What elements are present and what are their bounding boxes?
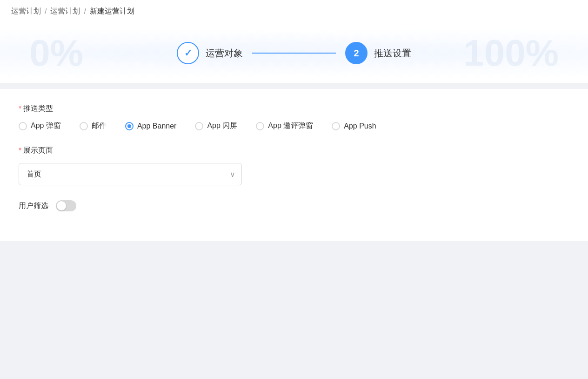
radio-input-app-review[interactable] [256,122,264,130]
watermark-right: 100% [463,32,559,74]
step-2: 2 推送设置 [345,42,411,64]
breadcrumb-item-3: 新建运营计划 [90,7,134,16]
radio-label-app-banner: App Banner [137,122,177,130]
push-type-label-text: 推送类型 [23,104,53,114]
radio-app-push[interactable]: App Push [332,122,376,130]
toggle-group: 用户筛选 [19,200,569,211]
checkmark-icon: ✓ [184,47,192,59]
form-section: * 推送类型 App 弹窗 邮件 App Banner App 闪屏 [0,89,588,241]
radio-input-app-push[interactable] [332,122,340,130]
step-2-number: 2 [354,48,359,59]
radio-label-app-splash: App 闪屏 [207,121,237,131]
display-page-label: * 展示页面 [19,146,569,156]
user-filter-label: 用户筛选 [19,201,48,211]
radio-label-email: 邮件 [92,121,107,131]
display-page-group: * 展示页面 首页 ∨ [19,146,569,185]
breadcrumb-separator-1: / [45,7,47,16]
push-type-label: * 推送类型 [19,104,569,114]
step-1-circle: ✓ [177,42,199,64]
watermark-left: 0% [29,32,83,74]
required-star-2: * [19,147,21,155]
user-filter-toggle[interactable] [56,200,76,211]
step-2-circle: 2 [345,42,368,64]
radio-input-app-banner[interactable] [125,122,134,130]
user-filter-group: 用户筛选 [19,200,569,211]
radio-app-popup[interactable]: App 弹窗 [19,121,61,131]
radio-label-app-review: App 邀评弹窗 [268,121,313,131]
required-star-1: * [19,105,21,113]
step-1: ✓ 运营对象 [177,42,243,64]
radio-app-review[interactable]: App 邀评弹窗 [256,121,313,131]
display-page-label-text: 展示页面 [23,146,53,156]
steps-section: 0% 100% ✓ 运营对象 2 推送设置 [0,23,588,83]
steps-container: ✓ 运营对象 2 推送设置 [177,42,411,64]
step-2-label: 推送设置 [374,47,411,60]
display-page-select-wrapper: 首页 ∨ [19,163,242,185]
display-page-value: 首页 [27,169,41,179]
radio-app-banner[interactable]: App Banner [125,122,177,130]
breadcrumb-item-2[interactable]: 运营计划 [50,7,80,16]
push-type-group: * 推送类型 App 弹窗 邮件 App Banner App 闪屏 [19,104,569,131]
radio-label-app-push: App Push [344,122,376,130]
push-type-radio-group: App 弹窗 邮件 App Banner App 闪屏 App 邀评弹窗 [19,121,569,131]
radio-app-splash[interactable]: App 闪屏 [195,121,237,131]
step-1-label: 运营对象 [206,47,243,60]
radio-email[interactable]: 邮件 [80,121,107,131]
step-connector [252,53,336,54]
breadcrumb-separator-2: / [84,7,86,16]
radio-input-app-splash[interactable] [195,122,203,130]
radio-label-app-popup: App 弹窗 [31,121,61,131]
display-page-select[interactable]: 首页 [19,163,242,185]
radio-input-app-popup[interactable] [19,122,27,130]
radio-input-email[interactable] [80,122,88,130]
breadcrumb: 运营计划 / 运营计划 / 新建运营计划 [0,0,588,23]
breadcrumb-item-1[interactable]: 运营计划 [11,7,41,16]
